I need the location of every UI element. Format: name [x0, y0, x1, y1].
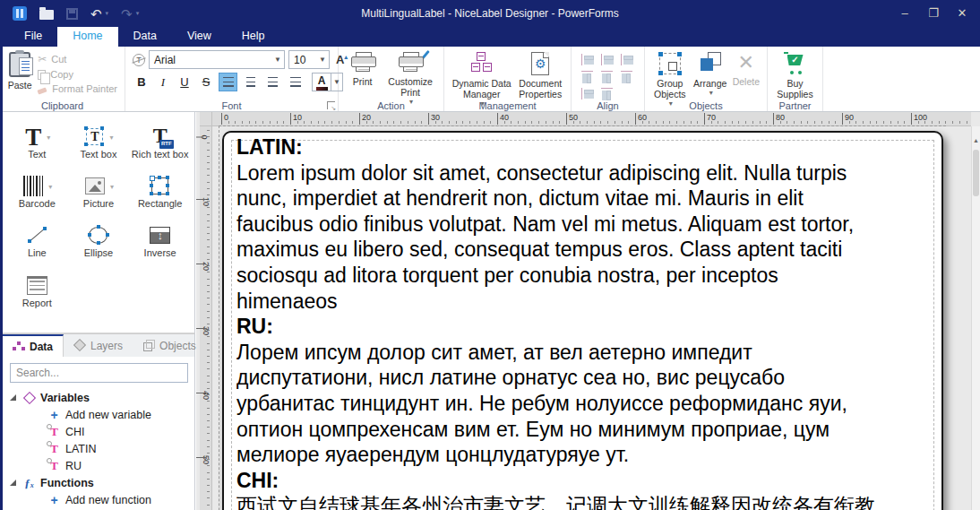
tab-help[interactable]: Help — [227, 27, 280, 47]
format-painter-button[interactable]: Format Painter — [38, 83, 117, 94]
app-window: ↶ ▾ ↷ ▾ MultiLingualLabel - NiceLabel De… — [0, 0, 980, 510]
layers-tab-icon — [73, 340, 85, 351]
align-group: Align — [572, 47, 645, 111]
tool-line[interactable]: Line — [6, 223, 68, 259]
delete-button[interactable]: ✕ Delete — [733, 50, 760, 87]
document-properties-button[interactable]: ⚙ Document Properties — [518, 50, 564, 99]
justify-button[interactable] — [286, 73, 305, 91]
ruler-mark: 20 — [362, 113, 371, 122]
customize-print-icon — [399, 52, 422, 73]
tab-home[interactable]: Home — [57, 27, 117, 47]
align-objects-bottom-icon[interactable] — [621, 70, 632, 83]
line-icon — [26, 225, 47, 246]
save-icon[interactable] — [66, 8, 78, 20]
tree-item-ru[interactable]: RU — [3, 457, 194, 474]
customize-print-button[interactable]: Customize Print — [384, 50, 436, 106]
group-objects-button[interactable]: Group Objects — [652, 50, 688, 108]
justify-icon — [290, 77, 301, 87]
align-objects-top-icon[interactable] — [581, 70, 593, 83]
redo-icon[interactable]: ↷ — [121, 7, 133, 21]
tree-item-add-new-function[interactable]: Add new function — [3, 491, 194, 508]
label-sheet[interactable]: LATIN:Lorem ipsum dolor sit amet, consec… — [222, 131, 943, 510]
tab-objects-label: Objects — [159, 340, 196, 352]
font-family-select[interactable]: Arial▼ — [149, 50, 285, 69]
ruler-mark: 10 — [293, 113, 302, 122]
tool-text-box[interactable]: Text box — [68, 125, 130, 160]
distribute-horizontally-icon[interactable] — [580, 88, 594, 99]
align-objects-left-icon[interactable] — [580, 54, 594, 65]
arrange-icon — [699, 52, 722, 75]
expander-icon[interactable] — [10, 394, 16, 401]
align-text-left-button[interactable] — [219, 73, 237, 91]
bold-button[interactable]: B — [133, 73, 150, 91]
ellipse-icon — [89, 227, 107, 244]
buy-supplies-button[interactable]: ✓ Buy Supplies — [775, 50, 815, 99]
align-objects-right-icon[interactable] — [620, 54, 633, 65]
tab-file[interactable]: File — [9, 27, 57, 47]
tree-item-add-new-variable[interactable]: Add new variable — [3, 406, 194, 423]
tool-barcode[interactable]: Barcode — [6, 174, 68, 210]
underline-button[interactable]: U — [176, 73, 193, 91]
data-tree: VariablesAdd new variableCHILATINRUFunct… — [3, 386, 194, 510]
copy-button[interactable]: Copy — [38, 69, 117, 80]
tool-text[interactable]: Text — [6, 125, 68, 160]
align-text-center-button[interactable] — [241, 73, 260, 91]
align-center-icon — [246, 77, 255, 87]
tab-view[interactable]: View — [172, 27, 227, 47]
font-size-select[interactable]: 10▼ — [288, 50, 330, 69]
align-right-icon — [268, 77, 278, 87]
vertical-scrollbar[interactable]: ▲ — [971, 126, 980, 510]
dynamic-data-manager-button[interactable]: Dynamic Data Manager — [451, 50, 512, 108]
tab-layers[interactable]: Layers — [64, 334, 133, 357]
scroll-up-icon[interactable]: ▲ — [972, 137, 980, 143]
strikethrough-button[interactable]: S — [197, 73, 215, 91]
print-button[interactable]: Print — [346, 50, 379, 87]
align-objects-center-icon[interactable] — [600, 54, 614, 65]
dropdown-arrow-icon[interactable] — [47, 131, 50, 143]
add-icon — [47, 408, 62, 422]
tab-data[interactable]: Data — [3, 334, 64, 357]
close-button[interactable]: ✕ — [948, 0, 976, 25]
paste-button[interactable]: Paste — [7, 50, 32, 91]
tool-rectangle[interactable]: Rectangle — [129, 174, 191, 210]
dropdown-arrow-icon[interactable] — [48, 180, 52, 192]
align-objects-middle-icon[interactable] — [601, 70, 613, 83]
tree-item-variables[interactable]: Variables — [3, 389, 194, 406]
buy-supplies-label: Buy Supplies — [775, 78, 815, 99]
rich-text-object[interactable]: LATIN:Lorem ipsum dolor sit amet, consec… — [236, 134, 931, 510]
tree-item-chi[interactable]: CHI — [3, 423, 194, 440]
undo-icon[interactable]: ↶ — [90, 7, 102, 21]
distribute-vertically-icon[interactable] — [601, 87, 613, 100]
ruler-mark: 70 — [707, 113, 716, 122]
open-icon[interactable] — [39, 10, 54, 20]
tool-picture[interactable]: Picture — [68, 174, 130, 210]
cut-button[interactable]: ✂Cut — [38, 53, 117, 65]
dropdown-arrow-icon[interactable] — [110, 180, 114, 192]
tree-item-functions[interactable]: Functions — [3, 474, 194, 491]
window-border — [0, 0, 3, 510]
tab-data[interactable]: Data — [118, 27, 172, 47]
scrollbar-thumb[interactable] — [973, 150, 979, 196]
minimize-button[interactable]: – — [890, 0, 919, 25]
search-input[interactable] — [10, 363, 188, 383]
tool-report[interactable]: Report — [6, 273, 68, 309]
tab-objects[interactable]: Objects — [133, 334, 206, 357]
arrange-button[interactable]: Arrange — [693, 50, 727, 97]
expander-icon[interactable] — [10, 480, 16, 486]
tree-item-latin[interactable]: LATIN — [3, 440, 194, 457]
dynamic-data-manager-icon — [469, 52, 495, 75]
tool-label: Ellipse — [84, 247, 113, 259]
italic-button[interactable]: I — [154, 73, 172, 91]
align-text-right-button[interactable] — [263, 73, 282, 91]
tool-rich-text-box[interactable]: Rich text box — [129, 125, 191, 160]
font-prefix-icon: T — [133, 54, 145, 66]
dropdown-arrow-icon[interactable] — [109, 131, 113, 143]
restore-button[interactable]: ❐ — [919, 0, 948, 25]
redo-dropdown-icon[interactable]: ▾ — [136, 10, 140, 17]
app-icon[interactable] — [13, 6, 27, 21]
undo-dropdown-icon[interactable]: ▾ — [106, 10, 109, 17]
design-canvas[interactable]: 0102030405060708090100 01020304050 LATIN… — [196, 112, 980, 510]
tool-inverse[interactable]: Inverse — [129, 223, 191, 259]
tool-ellipse[interactable]: Ellipse — [68, 223, 130, 259]
dynamic-data-manager-label: Dynamic Data Manager — [451, 78, 512, 99]
